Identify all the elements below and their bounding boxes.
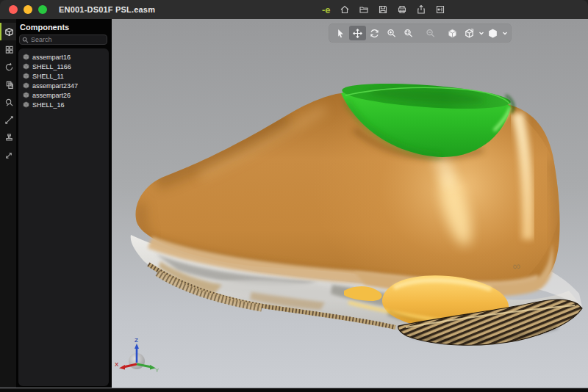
part-icon [23, 54, 29, 60]
markup-search-icon[interactable] [0, 93, 16, 111]
components-tab-icon[interactable] [0, 23, 16, 40]
view-orientation-dropdown-icon[interactable] [478, 26, 484, 40]
configurations-icon[interactable] [0, 40, 16, 58]
view-toolbar [329, 24, 511, 42]
share-icon[interactable] [416, 4, 426, 15]
edrawings-logo-icon: -e [322, 4, 331, 15]
panel-toggle-icon[interactable] [435, 4, 445, 15]
part-icon [23, 82, 29, 89]
pan-tool-button[interactable] [349, 26, 366, 40]
display-style-button[interactable] [484, 26, 501, 40]
tree-item[interactable]: SHELL_1166 [23, 62, 109, 71]
measure-icon[interactable] [0, 111, 16, 128]
main-area: Components assempart16 SHELL_1166 SHELL_… [0, 19, 588, 388]
select-tool-button[interactable] [332, 26, 349, 40]
move-component-icon[interactable] [0, 146, 16, 164]
panel-title: Components [16, 19, 112, 32]
titlebar: EN001-DS01F PSL.easm -e [0, 0, 588, 19]
zoom-fit-tool-button[interactable] [422, 26, 439, 40]
home-icon[interactable] [340, 4, 350, 15]
window-bottom-edge [0, 388, 588, 392]
minimize-button[interactable] [24, 5, 32, 14]
print-icon[interactable] [397, 4, 407, 15]
tree-item-label: SHELL_1166 [32, 63, 71, 70]
search-input[interactable] [31, 36, 104, 43]
components-search[interactable] [19, 35, 107, 45]
section-icon[interactable] [0, 128, 16, 146]
x-axis-label: X [115, 361, 119, 368]
view-orientation-button[interactable] [461, 26, 478, 40]
window-title: EN001-DS01F PSL.easm [59, 5, 155, 14]
tree-item-label: assempart26 [32, 92, 71, 99]
zoom-area-tool-button[interactable] [400, 26, 417, 40]
tree-item[interactable]: assempart26 [23, 90, 109, 100]
traffic-lights [9, 5, 47, 14]
shaded-view-button[interactable] [444, 26, 461, 40]
tree-item-label: assempart16 [32, 54, 71, 61]
tree-item[interactable]: SHELL_16 [23, 100, 109, 109]
z-axis-label: Z [135, 337, 138, 344]
rotate-tool-button[interactable] [366, 26, 383, 40]
tree-item[interactable]: SHELL_11 [23, 71, 109, 81]
tree-item[interactable]: assempart16 [23, 52, 109, 62]
search-icon [22, 37, 29, 43]
zoom-tool-button[interactable] [383, 26, 400, 40]
tree-item-label: assempart2347 [32, 82, 78, 90]
viewport-3d[interactable]: ∞ [112, 19, 588, 388]
close-button[interactable] [9, 5, 18, 14]
save-icon[interactable] [378, 4, 388, 15]
part-icon [23, 73, 29, 79]
components-panel: Components assempart16 SHELL_1166 SHELL_… [16, 19, 112, 388]
infinity-logo: ∞ [512, 259, 521, 272]
shoe-3d-model[interactable]: ∞ [112, 19, 588, 388]
part-icon [23, 101, 29, 108]
tree-item[interactable]: assempart2347 [23, 81, 109, 90]
titlebar-toolbar: -e [322, 0, 445, 19]
open-folder-icon[interactable] [359, 4, 369, 15]
part-icon [23, 63, 29, 70]
zoom-window-button[interactable] [38, 5, 47, 14]
components-tree: assempart16 SHELL_1166 SHELL_11 assempar… [18, 48, 109, 386]
reset-view-icon[interactable] [0, 58, 16, 76]
display-style-dropdown-icon[interactable] [501, 26, 508, 40]
tree-item-label: SHELL_11 [32, 73, 64, 80]
part-icon [23, 92, 29, 98]
y-axis-label: Y [155, 367, 159, 374]
tree-item-label: SHELL_16 [32, 101, 65, 109]
sidebar-tool-strip [0, 19, 16, 388]
orientation-triad: Z X Y [115, 336, 160, 377]
layers-icon[interactable] [0, 76, 16, 93]
edrawings-window: EN001-DS01F PSL.easm -e [0, 0, 588, 392]
